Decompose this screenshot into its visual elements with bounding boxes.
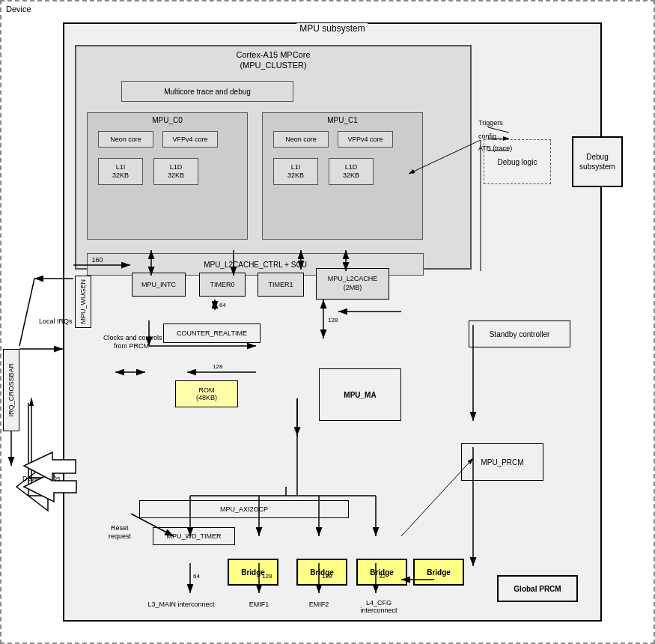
l1i-c0: L1I32KB bbox=[98, 158, 143, 185]
counter-realtime: COUNTER_REALTIME bbox=[163, 323, 261, 343]
irq-crossbar-label: IRQ_CROSSBAR bbox=[7, 363, 15, 417]
l1i-c1: L1I32KB bbox=[273, 158, 318, 185]
mpu-cluster-label: Cortex-A15 MPCore (MPU_CLUSTER) bbox=[236, 49, 310, 71]
mpu-wugen-label: MPU_WUGEN bbox=[79, 279, 87, 324]
vfpv4-core-c0: VFPv4 core bbox=[162, 131, 218, 148]
vfpv4-core-c1: VFPv4 core bbox=[338, 131, 393, 148]
device-label: Device bbox=[6, 4, 31, 13]
bridge-3: Bridge bbox=[356, 559, 407, 586]
global-prcm: Global PRCM bbox=[497, 575, 578, 602]
rom-box: ROM (48KB) bbox=[175, 380, 238, 407]
mpu-intc: MPU_INTC bbox=[132, 273, 186, 297]
mpu-l2cache: MPU_L2CACHE (2MB) bbox=[316, 268, 389, 300]
irq-crossbar: IRQ_CROSSBAR bbox=[3, 349, 19, 431]
neon-core-c1: Neon core bbox=[273, 131, 329, 148]
diagram-container: Device MPU subsystem Cortex-A15 MPCore (… bbox=[0, 0, 655, 644]
svg-text:Device IRQs: Device IRQs bbox=[22, 475, 61, 482]
debug-subsystem: Debugsubsystem bbox=[572, 136, 623, 187]
svg-line-11 bbox=[19, 279, 34, 346]
mpu-subsystem-label: MPU subsystem bbox=[296, 23, 368, 34]
neon-core-c0: Neon core bbox=[98, 131, 153, 148]
mpu-c0: MPU_C0 Neon core VFPv4 core L1I32KB L1D3… bbox=[87, 112, 248, 240]
timer0: TIMER0 bbox=[199, 273, 246, 297]
mpu-prcm: MPU_PRCM bbox=[461, 443, 543, 481]
timer1: TIMER1 bbox=[258, 273, 304, 297]
l1d-c1: L1D32KB bbox=[329, 158, 374, 185]
mpu-wd-timer: MPU_WD_TIMER bbox=[153, 527, 235, 545]
mpu-c0-label: MPU_C0 bbox=[152, 116, 183, 124]
standby-controller: Standby controller bbox=[469, 321, 570, 347]
mpu-c1-label: MPU_C1 bbox=[327, 116, 358, 124]
bridge-4: Bridge bbox=[413, 559, 464, 586]
mpu-cluster: Cortex-A15 MPCore (MPU_CLUSTER) Multicor… bbox=[75, 45, 472, 270]
debug-logic: Debug logic bbox=[484, 139, 551, 184]
mpu-axi2ocp: MPU_AXI2OCP bbox=[139, 500, 349, 518]
bridge-1: Bridge bbox=[228, 559, 278, 586]
l1d-c0: L1D32KB bbox=[153, 158, 198, 185]
svg-marker-30 bbox=[29, 397, 34, 406]
mpu-wugen: MPU_WUGEN bbox=[75, 276, 91, 328]
mpu-c1: MPU_C1 Neon core VFPv4 core L1I32KB L1D3… bbox=[262, 112, 423, 240]
mpu-subsystem: MPU subsystem Cortex-A15 MPCore (MPU_CLU… bbox=[63, 22, 602, 622]
bridge-2: Bridge bbox=[296, 559, 347, 586]
mpu-ma: MPU_MA bbox=[319, 368, 401, 421]
multicore-trace: Multicore trace and debug bbox=[121, 81, 293, 102]
